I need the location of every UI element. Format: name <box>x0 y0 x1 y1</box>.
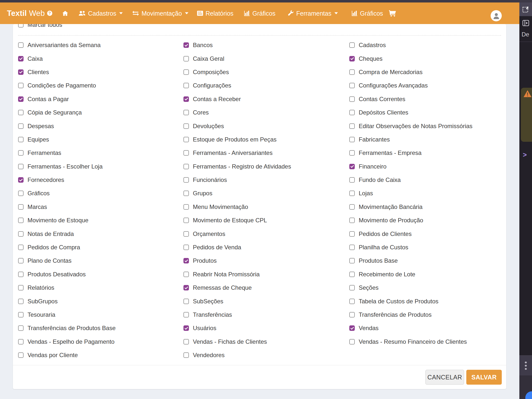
brand-logo[interactable]: TextilWeb ? <box>7 9 52 18</box>
checkbox-row[interactable]: Clientes <box>18 65 183 79</box>
checkbox-unchecked[interactable] <box>349 42 355 48</box>
checkbox-unchecked[interactable] <box>349 69 355 75</box>
checkbox-unchecked[interactable] <box>18 299 24 304</box>
checkbox-unchecked[interactable] <box>18 83 24 88</box>
checkbox-unchecked[interactable] <box>18 312 24 317</box>
checkbox-unchecked[interactable] <box>18 191 24 196</box>
checkbox-row[interactable]: Planilha de Custos <box>349 241 506 254</box>
checkbox-unchecked[interactable] <box>18 245 24 250</box>
expand-chevron[interactable]: > <box>523 151 527 159</box>
checkbox-unchecked[interactable] <box>183 204 189 210</box>
checkbox-row[interactable]: Pedidos de Venda <box>183 241 349 254</box>
checkbox-checked[interactable] <box>349 325 355 331</box>
checkbox-unchecked[interactable] <box>349 339 355 344</box>
checkbox-unchecked[interactable] <box>349 272 355 277</box>
checkbox-row[interactable]: Relatórios <box>18 281 183 294</box>
checkbox-row[interactable]: Plano de Contas <box>18 254 183 267</box>
checkbox-row[interactable]: Contas a Pagar <box>18 92 183 106</box>
checkbox-unchecked[interactable] <box>349 245 355 250</box>
checkbox-checked[interactable] <box>18 69 24 75</box>
checkbox-row[interactable]: Vendas - Fichas de Clientes <box>183 335 349 348</box>
extension-bubble[interactable] <box>525 391 532 399</box>
checkbox-row[interactable]: Vendas por Cliente <box>18 348 183 362</box>
checkbox-row[interactable]: Fornecedores <box>18 173 183 187</box>
checkbox-checked[interactable] <box>349 164 355 169</box>
checkbox-row[interactable]: Vendas - Espelho de Pagamento <box>18 335 183 348</box>
checkbox-unchecked[interactable] <box>349 137 355 142</box>
checkbox-unchecked[interactable] <box>183 56 189 61</box>
warning-card[interactable] <box>521 88 532 142</box>
checkbox-checked[interactable] <box>183 285 189 290</box>
checkbox-unchecked[interactable] <box>183 191 189 196</box>
checkbox-row[interactable]: Menu Movimentação <box>183 200 349 214</box>
checkbox-unchecked[interactable] <box>349 191 355 196</box>
checkbox-row[interactable]: Bancos <box>183 38 349 52</box>
checkbox-row[interactable]: Ferramentas - Escolher Loja <box>18 160 183 173</box>
checkbox-row[interactable]: Produtos Base <box>349 254 506 267</box>
checkbox-row[interactable]: Contas a Receber <box>183 92 349 106</box>
checkbox-unchecked[interactable] <box>18 24 24 28</box>
checkbox-unchecked[interactable] <box>18 218 24 223</box>
checkbox-checked[interactable] <box>183 325 189 331</box>
checkbox-row[interactable]: Vendas - Resumo Financeiro de Clientes <box>349 335 506 348</box>
checkbox-unchecked[interactable] <box>18 110 24 115</box>
checkbox-row[interactable]: Produtos Desativados <box>18 268 183 281</box>
nav-item-relatorios[interactable]: Relatórios <box>197 10 234 17</box>
checkbox-unchecked[interactable] <box>18 339 24 344</box>
checkbox-checked[interactable] <box>349 56 355 61</box>
checkbox-unchecked[interactable] <box>183 69 189 75</box>
checkbox-row[interactable]: Produtos <box>183 254 349 267</box>
checkbox-row[interactable]: Orçamentos <box>183 227 349 240</box>
cancel-button[interactable]: CANCELAR <box>425 370 464 385</box>
checkbox-unchecked[interactable] <box>183 83 189 88</box>
checkbox-row[interactable]: Estoque de Produtos em Peças <box>183 133 349 146</box>
checkbox-row[interactable]: Ferramentas - Empresa <box>349 146 506 160</box>
checkbox-row[interactable]: Compra de Mercadorias <box>349 65 506 79</box>
checkbox-row[interactable]: Remessas de Cheque <box>183 281 349 294</box>
checkbox-unchecked[interactable] <box>183 272 189 277</box>
checkbox-row[interactable]: Aniversariantes da Semana <box>18 38 183 52</box>
user-avatar[interactable] <box>491 10 502 21</box>
checkbox-unchecked[interactable] <box>349 312 355 317</box>
checkbox-row[interactable]: Despesas <box>18 119 183 133</box>
checkbox-row[interactable]: Vendedores <box>183 348 349 362</box>
checkbox-row[interactable]: Gráficos <box>18 187 183 200</box>
checkbox-unchecked[interactable] <box>349 150 355 156</box>
checkbox-unchecked[interactable] <box>349 110 355 115</box>
checkbox-unchecked[interactable] <box>349 83 355 88</box>
checkbox-row[interactable]: Movimento de Estoque <box>18 214 183 227</box>
nav-item-cadastros[interactable]: Cadastros <box>78 10 123 17</box>
nav-item-ferramentas[interactable]: Ferramentas <box>288 10 338 17</box>
checkbox-unchecked[interactable] <box>183 164 189 169</box>
checkbox-row[interactable]: Transferências <box>183 308 349 321</box>
checkbox-unchecked[interactable] <box>18 352 24 358</box>
checkbox-unchecked[interactable] <box>18 325 24 331</box>
checkbox-row[interactable]: Caixa <box>18 52 183 65</box>
checkbox-unchecked[interactable] <box>349 123 355 129</box>
checkbox-unchecked[interactable] <box>183 231 189 237</box>
nav-item-graficos-2[interactable]: Gráficos <box>351 10 383 17</box>
checkbox-row[interactable]: Movimento de Estoque CPL <box>183 214 349 227</box>
checkbox-row[interactable]: Composições <box>183 65 349 79</box>
checkbox-unchecked[interactable] <box>18 42 24 48</box>
checkbox-row[interactable]: Transferências de Produtos Base <box>18 321 183 335</box>
checkbox-row[interactable]: Grupos <box>183 187 349 200</box>
checkbox-row[interactable]: Fabricantes <box>349 133 506 146</box>
checkbox-row[interactable]: Marcas <box>18 200 183 214</box>
checkbox-checked[interactable] <box>183 42 189 48</box>
checkbox-unchecked[interactable] <box>349 285 355 290</box>
checkbox-unchecked[interactable] <box>18 123 24 129</box>
checkbox-unchecked[interactable] <box>18 285 24 290</box>
checkbox-checked[interactable] <box>183 96 189 102</box>
rail-more-section[interactable] <box>519 355 532 376</box>
checkbox-unchecked[interactable] <box>349 218 355 223</box>
checkbox-checked[interactable] <box>18 96 24 102</box>
checkbox-unchecked[interactable] <box>183 123 189 129</box>
checkbox-row[interactable]: Cores <box>183 106 349 119</box>
checkbox-row[interactable]: Funcionários <box>183 173 349 187</box>
checkbox-row[interactable]: Depósitos Clientes <box>349 106 506 119</box>
checkbox-row[interactable]: Tesouraria <box>18 308 183 321</box>
checkbox-row[interactable]: Recebimento de Lote <box>349 268 506 281</box>
nav-item-home[interactable] <box>62 10 68 17</box>
checkbox-checked[interactable] <box>18 177 24 183</box>
